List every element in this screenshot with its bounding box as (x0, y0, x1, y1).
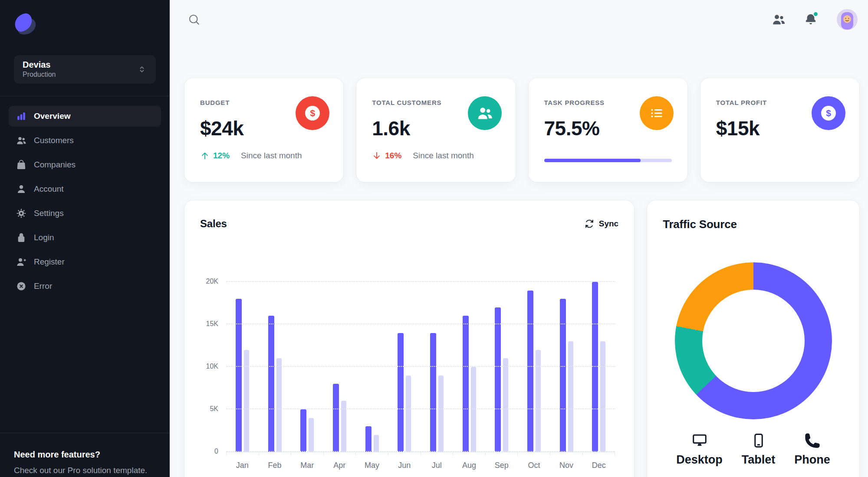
gridline: 5K (226, 408, 615, 409)
users-icon (468, 96, 502, 130)
traffic-donut (675, 262, 832, 419)
sidebar-item-label: Register (34, 257, 65, 267)
x-axis-label: Sep (485, 461, 518, 470)
trend-caption: Since last month (241, 151, 302, 160)
bar-secondary (276, 358, 282, 452)
traffic-chart (647, 262, 859, 419)
x-axis-label: Jan (226, 461, 259, 470)
bar-group (259, 282, 291, 452)
sidebar-item-label: Login (34, 233, 54, 242)
sidebar-item-label: Error (34, 281, 52, 291)
arrow-up-icon (200, 151, 210, 160)
gridline: 10K (226, 366, 615, 367)
bar-primary (268, 316, 274, 452)
x-axis-tick (453, 452, 486, 456)
sidebar-item-label: Account (34, 184, 64, 194)
bar-group (453, 282, 486, 452)
sales-header: Sales Sync (184, 200, 634, 235)
dashboard-screen: Devias Production Overview Customer (0, 0, 868, 477)
sidebar-item-overview[interactable]: Overview (9, 106, 161, 127)
gear-icon (16, 208, 26, 219)
sidebar-top: Devias Production (0, 0, 170, 84)
bar-secondary (438, 376, 444, 452)
workspace-env: Production (23, 70, 137, 79)
x-axis-tick (518, 452, 550, 456)
x-axis-label: Jul (421, 461, 453, 470)
x-axis-tick (226, 452, 259, 456)
bar-secondary (600, 341, 605, 452)
avatar-image (837, 9, 858, 30)
x-axis-tick (259, 452, 292, 456)
sidebar-footer: Need more features? Check out our Pro so… (0, 433, 170, 477)
sales-months: JanFebMarAprMayJunJulAugSepOctNovDec (226, 461, 615, 470)
x-axis-label: May (356, 461, 388, 470)
x-axis-label: Jun (388, 461, 421, 470)
bar-secondary (568, 341, 573, 452)
bar-group (323, 282, 356, 452)
user-plus-icon (16, 257, 26, 267)
traffic-title: Traffic Source (647, 200, 859, 231)
bar-primary (365, 426, 372, 452)
sync-button[interactable]: Sync (584, 219, 618, 229)
x-axis-label: Dec (582, 461, 615, 470)
sidebar-item-login[interactable]: Login (9, 227, 161, 248)
sidebar-item-settings[interactable]: Settings (9, 203, 161, 224)
trend-pct: 12% (213, 151, 230, 160)
bar-group (356, 282, 388, 452)
sales-bars (226, 282, 615, 452)
workspace-selector[interactable]: Devias Production (14, 55, 156, 84)
budget-card: BUDGET $24k $ 12% Since last month (184, 78, 343, 182)
bar-primary (398, 333, 404, 452)
task-progress-bar (544, 159, 672, 162)
x-circle-icon (16, 281, 26, 291)
bar-group (485, 282, 518, 452)
x-axis-tick (324, 452, 356, 456)
sidebar-item-companies[interactable]: Companies (9, 154, 161, 175)
bar-secondary (244, 350, 249, 452)
contacts-button[interactable] (769, 10, 788, 29)
footer-subtitle-link[interactable]: Check out our Pro solution template. (14, 466, 156, 475)
y-axis-tick: 5K (196, 405, 218, 413)
shopping-bag-icon (16, 160, 26, 170)
legend-label: Tablet (742, 453, 776, 467)
bar-group (291, 282, 323, 452)
bar-primary (236, 299, 242, 452)
x-axis-tick (291, 452, 324, 456)
sales-chart: 05K10K15K20K JanFebMarAprMayJunJulAugSep… (184, 282, 634, 470)
total-customers-card: TOTAL CUSTOMERS 1.6k 16% Since last mont… (356, 78, 515, 182)
user-avatar[interactable] (837, 9, 858, 30)
bar-secondary (406, 376, 411, 452)
dollar-icon: $ (812, 96, 845, 130)
bar-primary (430, 333, 436, 452)
search-button[interactable] (184, 10, 204, 29)
bar-primary (527, 291, 533, 452)
x-axis-tick (583, 452, 615, 456)
gridline: 15K (226, 323, 615, 324)
bar-primary (592, 282, 598, 452)
bar-secondary (374, 435, 379, 452)
bar-secondary (503, 358, 508, 452)
arrow-down-icon (372, 151, 381, 160)
trend-row: 16% Since last month (372, 151, 500, 160)
legend-item-desktop: Desktop (676, 432, 723, 467)
bar-secondary (471, 367, 476, 452)
topbar-actions (769, 9, 858, 30)
x-axis-label: Feb (259, 461, 291, 470)
sales-title: Sales (200, 218, 227, 230)
footer-title: Need more features? (14, 450, 156, 460)
x-axis-label: Nov (550, 461, 583, 470)
chart-bar-icon (16, 111, 26, 121)
phone-icon (804, 432, 821, 449)
refresh-icon (584, 219, 595, 229)
sidebar-item-register[interactable]: Register (9, 252, 161, 272)
notifications-button[interactable] (801, 10, 820, 29)
task-progress-card: TASK PROGRESS 75.5% (529, 78, 687, 182)
sidebar-item-account[interactable]: Account (9, 179, 161, 199)
legend-item-phone: Phone (794, 432, 830, 467)
legend-label: Phone (794, 453, 830, 467)
sidebar-item-label: Overview (34, 111, 71, 121)
sidebar-item-customers[interactable]: Customers (9, 130, 161, 151)
unfold-more-icon (137, 64, 147, 75)
sidebar-item-error[interactable]: Error (9, 276, 161, 297)
content: BUDGET $24k $ 12% Since last month TOTAL (170, 39, 868, 477)
